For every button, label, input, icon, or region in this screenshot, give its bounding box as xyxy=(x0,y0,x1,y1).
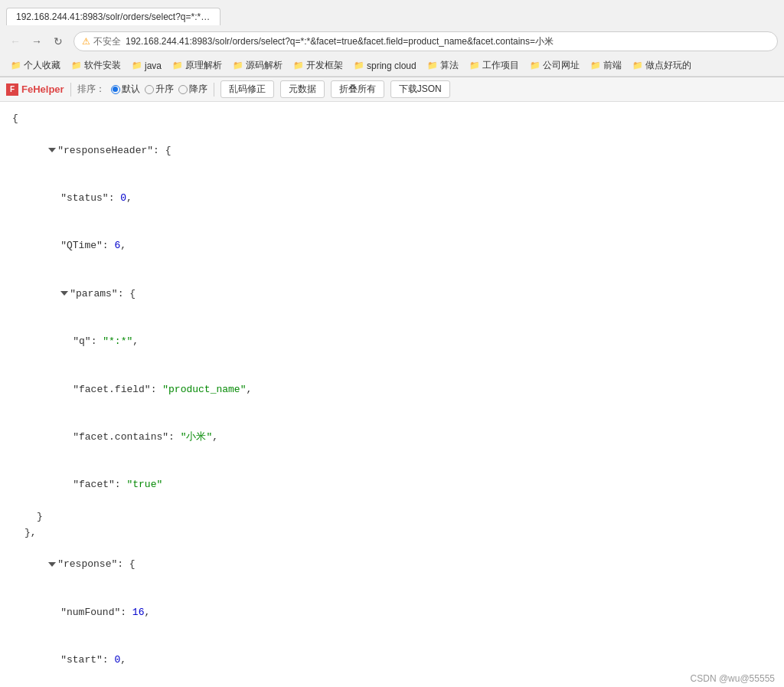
bookmark-devframework[interactable]: 📁 开发框架 xyxy=(289,57,348,74)
toolbar-divider xyxy=(70,83,71,97)
bookmark-fun[interactable]: 📁 做点好玩的 xyxy=(628,57,696,74)
q-line: "q": "*:*", xyxy=(12,318,772,365)
start-line: "start": 0, xyxy=(12,636,772,684)
facet-contains-value: "小米" xyxy=(181,431,213,443)
sort-default-label: 默认 xyxy=(122,83,140,96)
folder-icon: 📁 xyxy=(530,61,541,70)
folder-icon: 📁 xyxy=(233,61,243,70)
folder-icon: 📁 xyxy=(172,61,183,70)
forward-button[interactable]: → xyxy=(28,32,46,51)
collapse-response-icon[interactable] xyxy=(48,562,56,567)
address-bar: ← → ↻ ⚠ 不安全 192.168.244.41:8983/solr/ord… xyxy=(0,28,784,55)
sort-radio-group: 默认 升序 降序 xyxy=(111,83,207,96)
bookmarks-bar: 📁 个人收藏 📁 软件安装 📁 java 📁 原理解析 📁 源码解析 📁 开发框… xyxy=(0,55,784,77)
q-key: "q" xyxy=(73,335,90,347)
bookmark-label: 软件安装 xyxy=(84,59,121,72)
folder-icon: 📁 xyxy=(590,61,601,70)
collapse-params-icon[interactable] xyxy=(60,291,68,296)
bookmark-work[interactable]: 📁 工作项目 xyxy=(465,57,524,74)
response-header-key: "responseHeader" xyxy=(57,145,153,156)
address-input[interactable]: ⚠ 不安全 192.168.244.41:8983/solr/orders/se… xyxy=(74,31,778,51)
sort-asc-label: 升序 xyxy=(155,83,174,96)
folder-icon: 📁 xyxy=(11,61,21,70)
bookmark-label: 个人收藏 xyxy=(24,59,60,72)
params-line: "params": { xyxy=(12,270,772,318)
bookmark-software[interactable]: 📁 软件安装 xyxy=(67,57,126,74)
security-warning-icon: ⚠ xyxy=(82,36,90,47)
status-line: "status": 0, xyxy=(12,175,772,222)
credit-text: CSDN @wu@55555 xyxy=(691,673,775,684)
facet-contains-line: "facet.contains": "小米", xyxy=(12,414,772,461)
sort-desc[interactable]: 降序 xyxy=(178,83,207,96)
radio-default-circle xyxy=(111,85,120,94)
fehelper-logo-icon: F xyxy=(6,83,18,96)
warning-label: 不安全 xyxy=(93,35,121,48)
status-value: 0 xyxy=(120,192,126,204)
facet-field-value: "product_name" xyxy=(162,384,246,395)
numfound-value: 16 xyxy=(132,607,145,618)
facet-field-line: "facet.field": "product_name", xyxy=(12,366,772,414)
sort-default[interactable]: 默认 xyxy=(111,83,140,96)
start-key: "start" xyxy=(60,654,103,666)
bookmark-label: 源码解析 xyxy=(246,59,283,72)
numfound-key: "numFound" xyxy=(60,607,120,618)
browser-chrome: 192.168.244.41:8983/solr/orders/select?q… xyxy=(0,0,784,77)
folder-icon: 📁 xyxy=(632,61,643,70)
bookmark-label: 原理解析 xyxy=(185,59,222,72)
active-tab[interactable]: 192.168.244.41:8983/solr/orders/select?q… xyxy=(6,8,220,25)
bookmark-company[interactable]: 📁 公司网址 xyxy=(525,57,584,74)
fehelper-logo: F FeHelper xyxy=(6,83,64,96)
facet-key: "facet" xyxy=(73,479,115,490)
facet-field-key: "facet.field" xyxy=(73,384,150,395)
folder-icon: 📁 xyxy=(354,61,364,70)
status-key: "status" xyxy=(60,192,108,204)
bookmark-personal[interactable]: 📁 个人收藏 xyxy=(6,57,65,74)
url-text: 192.168.244.41:8983/solr/orders/select?q… xyxy=(126,35,554,48)
bookmark-principle[interactable]: 📁 原理解析 xyxy=(168,57,227,74)
facet-value: "true" xyxy=(126,479,162,490)
refresh-button[interactable]: ↻ xyxy=(49,32,67,51)
folder-icon: 📁 xyxy=(427,61,438,70)
bookmark-label: 公司网址 xyxy=(543,59,580,72)
numfound-line: "numFound": 16, xyxy=(12,589,772,636)
fold-all-button[interactable]: 折叠所有 xyxy=(331,80,384,98)
back-button[interactable]: ← xyxy=(6,32,24,51)
sort-asc[interactable]: 升序 xyxy=(145,83,174,96)
bookmark-label: 工作项目 xyxy=(482,59,519,72)
folder-icon: 📁 xyxy=(469,61,480,70)
bookmark-label: spring cloud xyxy=(367,61,416,71)
bookmark-source[interactable]: 📁 源码解析 xyxy=(228,57,287,74)
radio-desc-circle xyxy=(178,85,188,94)
q-value: "*:*" xyxy=(103,335,132,347)
qtime-key: "QTime" xyxy=(60,240,103,251)
bookmark-label: java xyxy=(145,61,162,71)
response-header-close: }, xyxy=(12,525,772,541)
folder-icon: 📁 xyxy=(132,61,142,70)
fehelper-toolbar: F FeHelper 排序： 默认 升序 降序 乱码修正 元数据 折叠所有 下载… xyxy=(0,77,784,102)
bookmark-springcloud[interactable]: 📁 spring cloud xyxy=(349,59,421,73)
bookmark-label: 做点好玩的 xyxy=(645,59,691,72)
params-key: "params" xyxy=(70,288,117,299)
tab-title: 192.168.244.41:8983/solr/orders/select?q… xyxy=(16,11,220,22)
response-line: "response": { xyxy=(12,541,772,589)
raw-data-button[interactable]: 元数据 xyxy=(280,80,325,98)
bookmark-frontend[interactable]: 📁 前端 xyxy=(586,57,626,74)
fix-encoding-button[interactable]: 乱码修正 xyxy=(220,80,274,98)
json-content-area: { "responseHeader": { "status": 0, "QTim… xyxy=(0,102,784,687)
download-json-button[interactable]: 下载JSON xyxy=(390,80,450,98)
bookmark-label: 开发框架 xyxy=(306,59,343,72)
fehelper-name: FeHelper xyxy=(21,83,64,95)
bookmark-algorithm[interactable]: 📁 算法 xyxy=(423,57,463,74)
bookmark-java[interactable]: 📁 java xyxy=(127,59,166,73)
bookmark-label: 前端 xyxy=(603,59,622,72)
facet-line: "facet": "true" xyxy=(12,462,772,509)
response-header-line: "responseHeader": { xyxy=(12,127,772,175)
toolbar-divider2 xyxy=(214,83,214,97)
footer-credit: CSDN @wu@55555 xyxy=(681,670,784,687)
response-key: "response" xyxy=(57,558,117,570)
facet-contains-key: "facet.contains" xyxy=(73,431,168,443)
radio-asc-circle xyxy=(145,85,154,94)
folder-icon: 📁 xyxy=(71,61,82,70)
collapse-response-header-icon[interactable] xyxy=(48,148,56,152)
params-close: } xyxy=(12,509,772,525)
